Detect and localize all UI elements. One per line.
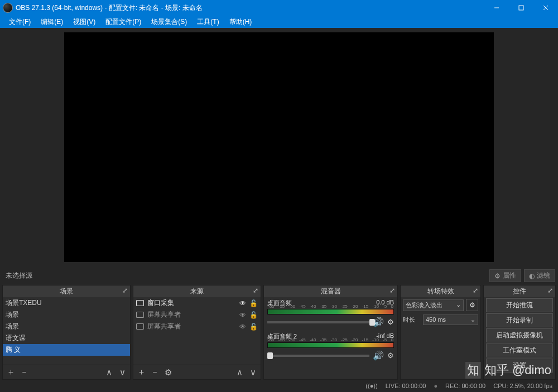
menu-view[interactable]: 视图(V)	[69, 16, 100, 28]
mixer-channel: 桌面音频0.0 dB-60-55-50-45-40-35-30-25-20-15…	[264, 297, 397, 331]
controls-dock: 控件⤢ 开始推流开始录制启动虚拟摄像机工作室模式设置	[483, 285, 556, 380]
filters-button[interactable]: ◐滤镜	[524, 269, 555, 282]
scene-down-button[interactable]: ∨	[118, 367, 127, 378]
mixer-dock: 混音器⤢ 桌面音频0.0 dB-60-55-50-45-40-35-30-25-…	[263, 285, 398, 380]
channel-settings-button[interactable]: ⚙	[387, 318, 394, 326]
channel-settings-button[interactable]: ⚙	[387, 351, 394, 360]
controls-dock-title: 控件⤢	[484, 285, 555, 297]
control-button[interactable]: 启动虚拟摄像机	[486, 328, 553, 342]
mixer-body: 桌面音频0.0 dB-60-55-50-45-40-35-30-25-20-15…	[264, 297, 397, 379]
control-button[interactable]: 开始录制	[486, 313, 553, 327]
scenes-dock: 场景⤢ 场景TXEDU场景场景语文课腾 义 ＋ － ∧ ∨	[2, 285, 131, 380]
source-selection-status: 未选择源	[3, 271, 32, 280]
context-toolbar: 未选择源 ⚙属性 ◐滤镜	[0, 267, 558, 285]
live-status: LIVE: 00:00:00	[386, 383, 426, 389]
source-label: 屏幕共享者	[147, 322, 181, 331]
menu-edit[interactable]: 编辑(E)	[36, 16, 68, 28]
popout-icon[interactable]: ⤢	[122, 287, 128, 294]
remove-scene-button[interactable]: －	[20, 367, 28, 378]
duration-label: 时长	[403, 316, 421, 324]
transitions-dock: 转场特效⤢ 色彩淡入淡出⌄ ⚙ 时长 450 ms⌄	[400, 285, 481, 380]
popout-icon[interactable]: ⤢	[547, 287, 553, 294]
transitions-dock-title: 转场特效⤢	[401, 285, 480, 297]
scenes-list[interactable]: 场景TXEDU场景场景语文课腾 义	[3, 297, 130, 365]
add-source-button[interactable]: ＋	[137, 367, 146, 378]
menu-scenes[interactable]: 场景集合(S)	[147, 16, 191, 28]
transition-select[interactable]: 色彩淡入淡出⌄	[403, 299, 464, 311]
lock-toggle[interactable]: 🔓	[249, 299, 258, 307]
duration-input[interactable]: 450 ms⌄	[423, 314, 478, 325]
lock-toggle[interactable]: 🔓	[249, 311, 258, 319]
window-titlebar: OBS 27.1.3 (64-bit, windows) - 配置文件: 未命名…	[0, 0, 558, 16]
record-icon: ●	[434, 383, 437, 389]
transitions-body: 色彩淡入淡出⌄ ⚙ 时长 450 ms⌄	[401, 297, 480, 379]
mixer-channel: 桌面音频 2-inf dB-60-55-50-45-40-35-30-25-20…	[264, 331, 397, 364]
volume-slider[interactable]	[267, 321, 369, 323]
speaker-icon[interactable]: 🔊	[373, 350, 384, 361]
control-button[interactable]: 开始推流	[486, 298, 553, 312]
close-button[interactable]	[533, 0, 558, 16]
lock-toggle[interactable]: 🔓	[249, 323, 258, 331]
gear-icon: ⚙	[494, 272, 501, 280]
transition-settings-button[interactable]: ⚙	[466, 299, 478, 311]
source-settings-button[interactable]: ⚙	[163, 367, 172, 378]
add-scene-button[interactable]: ＋	[6, 367, 15, 378]
popout-icon[interactable]: ⤢	[389, 287, 395, 294]
svg-rect-1	[519, 6, 523, 10]
rec-status: REC: 00:00:00	[445, 383, 485, 389]
visibility-toggle[interactable]: 👁	[239, 311, 246, 319]
broadcast-icon: ((●))	[365, 383, 377, 389]
control-button[interactable]: 设置	[486, 359, 553, 372]
dock-row: 场景⤢ 场景TXEDU场景场景语文课腾 义 ＋ － ∧ ∨ 来源⤢ 窗口采集👁🔓…	[0, 285, 558, 380]
source-label: 屏幕共享者	[147, 310, 181, 320]
app-icon	[3, 3, 13, 13]
scene-item[interactable]: 场景	[3, 321, 130, 332]
popout-icon[interactable]: ⤢	[253, 287, 258, 294]
control-button[interactable]: 工作室模式	[486, 343, 553, 357]
maximize-button[interactable]	[509, 0, 533, 16]
window-title: OBS 27.1.3 (64-bit, windows) - 配置文件: 未命名…	[16, 3, 484, 13]
menu-help[interactable]: 帮助(H)	[225, 16, 257, 28]
audio-meter: -60-55-50-45-40-35-30-25-20-15-10-50	[267, 309, 394, 314]
remove-source-button[interactable]: －	[150, 367, 159, 378]
scene-item[interactable]: 语文课	[3, 332, 130, 344]
source-item[interactable]: 窗口采集👁🔓	[133, 297, 261, 309]
properties-button[interactable]: ⚙属性	[489, 269, 521, 282]
audio-meter: -60-55-50-45-40-35-30-25-20-15-10-50	[267, 342, 394, 348]
sources-dock-title: 来源⤢	[133, 285, 261, 297]
source-item[interactable]: 屏幕共享者👁🔓	[133, 321, 261, 332]
menu-tools[interactable]: 工具(T)	[193, 16, 223, 28]
cpu-status: CPU: 2.5%, 20.00 fps	[493, 383, 552, 389]
scene-item[interactable]: 场景TXEDU	[3, 297, 130, 309]
controls-body: 开始推流开始录制启动虚拟摄像机工作室模式设置	[484, 297, 555, 379]
scene-up-button[interactable]: ∧	[104, 367, 113, 378]
popout-icon[interactable]: ⤢	[473, 287, 478, 294]
source-item[interactable]: 屏幕共享者👁🔓	[133, 309, 261, 321]
scene-item[interactable]: 腾 义	[3, 344, 130, 356]
monitor-icon	[136, 323, 144, 330]
monitor-icon	[136, 312, 144, 318]
sources-toolbar: ＋ － ⚙ ∧ ∨	[133, 365, 261, 379]
scenes-dock-title: 场景⤢	[3, 285, 130, 297]
menu-bar: 文件(F) 编辑(E) 视图(V) 配置文件(P) 场景集合(S) 工具(T) …	[0, 16, 558, 28]
menu-file[interactable]: 文件(F)	[4, 16, 35, 28]
source-label: 窗口采集	[147, 298, 174, 308]
status-bar: ((●)) LIVE: 00:00:00 ● REC: 00:00:00 CPU…	[0, 380, 558, 392]
minimize-button[interactable]	[484, 0, 509, 16]
visibility-toggle[interactable]: 👁	[239, 323, 246, 331]
preview-canvas[interactable]	[64, 32, 494, 262]
visibility-toggle[interactable]: 👁	[239, 299, 246, 307]
menu-profile[interactable]: 配置文件(P)	[101, 16, 146, 28]
mixer-dock-title: 混音器⤢	[264, 285, 397, 297]
scenes-toolbar: ＋ － ∧ ∨	[3, 365, 130, 379]
preview-area	[0, 28, 558, 267]
monitor-icon	[136, 300, 144, 306]
scene-item[interactable]: 场景	[3, 309, 130, 321]
source-up-button[interactable]: ∧	[235, 367, 244, 378]
volume-slider[interactable]	[267, 355, 369, 357]
sources-dock: 来源⤢ 窗口采集👁🔓屏幕共享者👁🔓屏幕共享者👁🔓 ＋ － ⚙ ∧ ∨	[133, 285, 261, 380]
sources-list[interactable]: 窗口采集👁🔓屏幕共享者👁🔓屏幕共享者👁🔓	[133, 297, 261, 365]
source-down-button[interactable]: ∨	[248, 367, 257, 378]
filter-icon: ◐	[529, 272, 535, 280]
